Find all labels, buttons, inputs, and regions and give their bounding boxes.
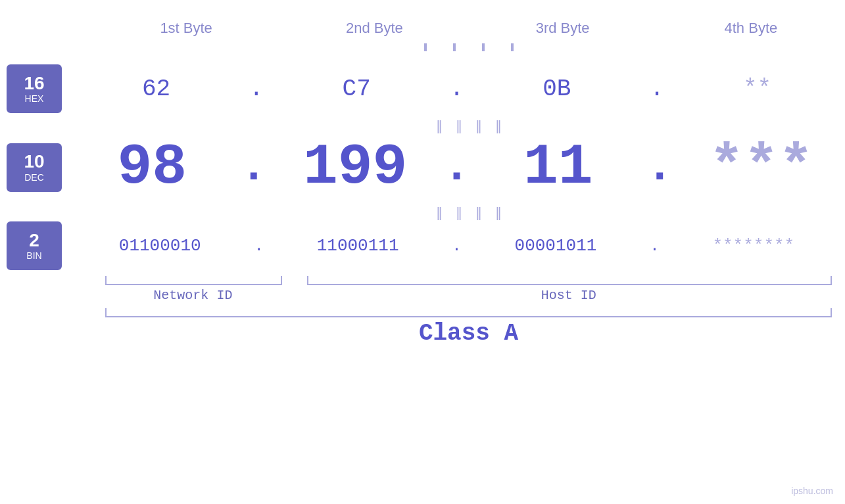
eq2-2: ‖ <box>456 204 462 220</box>
bin-val-3: 00001011 <box>464 236 647 256</box>
class-label-container: Class A <box>0 320 845 347</box>
dec-dot-3: . <box>642 141 677 193</box>
byte2-header: 2nd Byte <box>280 20 468 37</box>
byte1-header: 1st Byte <box>92 20 280 37</box>
network-bracket <box>105 276 282 285</box>
class-bracket-container <box>0 308 845 317</box>
eq-sep2-1 <box>443 204 456 220</box>
bin-values: 01100010 . 11000111 . 00001011 . *******… <box>68 236 845 256</box>
class-bracket <box>105 308 832 317</box>
hex-dot-1: . <box>244 76 269 103</box>
main-container: 1st Byte 2nd Byte 3rd Byte 4th Byte 16 H… <box>0 0 845 504</box>
hex-badge: 16 HEX <box>7 64 62 113</box>
byte4-header: 4th Byte <box>657 20 845 37</box>
host-id-label: Host ID <box>306 288 832 303</box>
hex-values: 62 . C7 . 0B . ** <box>68 76 845 103</box>
network-id-label: Network ID <box>105 288 281 303</box>
top-brackets <box>319 43 527 51</box>
bin-dot-3: . <box>647 237 662 255</box>
eq1-2: ‖ <box>456 118 462 133</box>
dec-badge: 10 DEC <box>7 143 62 192</box>
dec-dot-2: . <box>439 141 474 193</box>
dec-dot-1: . <box>236 141 272 193</box>
eq-sep-2 <box>462 118 475 133</box>
eq2-1: ‖ <box>436 204 443 220</box>
equals-row-2: ‖ ‖ ‖ ‖ <box>344 204 502 220</box>
hex-dot-2: . <box>445 76 470 103</box>
class-label: Class A <box>92 320 845 347</box>
bracket-byte1 <box>411 43 440 51</box>
bin-dot-2: . <box>449 237 464 255</box>
bin-badge: 2 BIN <box>7 221 62 270</box>
bottom-brackets <box>0 276 845 285</box>
dec-row: 10 DEC 98 . 199 . 11 . *** <box>0 135 845 200</box>
byte3-header: 3rd Byte <box>469 20 657 37</box>
hex-dot-3: . <box>644 76 669 103</box>
byte-headers: 1st Byte 2nd Byte 3rd Byte 4th Byte <box>0 20 845 37</box>
network-host-labels: Network ID Host ID <box>0 288 845 303</box>
eq-sep2-2 <box>462 204 475 220</box>
eq-sep-3 <box>482 118 495 133</box>
eq1-3: ‖ <box>475 118 482 133</box>
bin-base-label: BIN <box>26 250 41 261</box>
hex-val-3: 0B <box>469 76 644 103</box>
dec-base-number: 10 <box>24 152 44 172</box>
bin-dot-1: . <box>251 237 266 255</box>
eq2-4: ‖ <box>495 204 502 220</box>
eq-sep-1 <box>443 118 456 133</box>
bracket-dot-spacer-1 <box>289 276 307 285</box>
equals-row-1: ‖ ‖ ‖ ‖ <box>344 118 502 133</box>
bin-base-number: 2 <box>29 231 39 251</box>
bin-val-2: 11000111 <box>266 236 449 256</box>
hex-val-1: 62 <box>68 76 244 103</box>
bin-val-1: 01100010 <box>68 236 251 256</box>
eq-sep2-3 <box>482 204 495 220</box>
dec-val-1: 98 <box>68 135 236 200</box>
hex-base-number: 16 <box>24 74 44 94</box>
dec-values: 98 . 199 . 11 . *** <box>68 135 845 200</box>
hex-val-2: C7 <box>269 76 445 103</box>
eq1-4: ‖ <box>495 118 502 133</box>
bracket-byte2 <box>440 43 469 51</box>
hex-base-label: HEX <box>25 93 44 104</box>
label-spacer <box>287 288 306 303</box>
hex-val-4: ** <box>669 76 845 103</box>
eq1-1: ‖ <box>436 118 443 133</box>
watermark: ipshu.com <box>791 486 833 496</box>
bracket-byte3 <box>469 43 498 51</box>
dec-val-2: 199 <box>272 135 439 200</box>
dec-base-label: DEC <box>24 172 44 183</box>
hex-row: 16 HEX 62 . C7 . 0B . ** <box>0 64 845 113</box>
dec-val-3: 11 <box>475 135 642 200</box>
bracket-byte4 <box>498 43 527 51</box>
dec-val-4: *** <box>677 135 845 200</box>
host-bracket <box>307 276 832 285</box>
eq2-3: ‖ <box>475 204 482 220</box>
bin-row: 2 BIN 01100010 . 11000111 . 00001011 . *… <box>0 221 845 270</box>
bin-val-4: ******** <box>662 236 845 256</box>
